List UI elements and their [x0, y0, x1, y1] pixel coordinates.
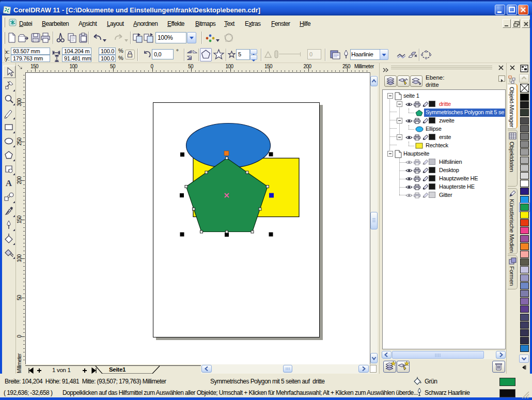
svg-text:A: A [6, 178, 12, 188]
